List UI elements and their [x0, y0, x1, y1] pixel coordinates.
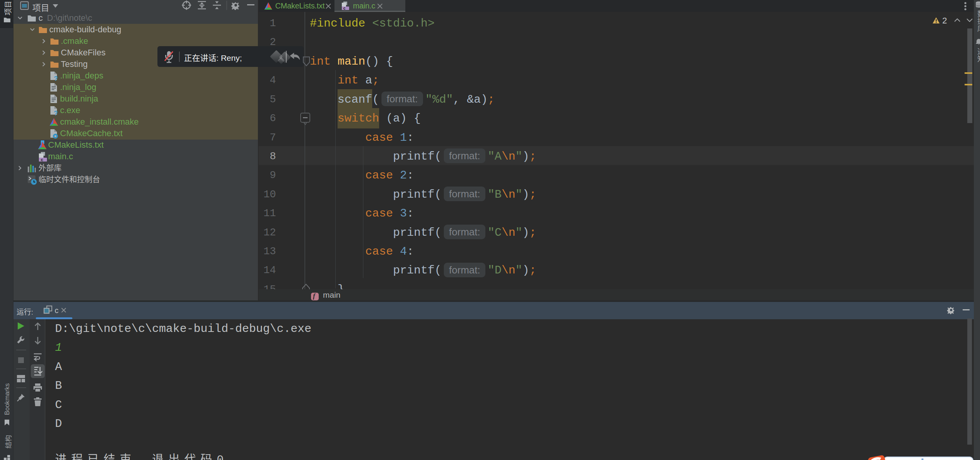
svg-text:c: c	[41, 157, 43, 162]
svg-text:?: ?	[54, 75, 58, 81]
svg-text:?: ?	[54, 110, 58, 116]
svg-text:c: c	[343, 6, 346, 10]
